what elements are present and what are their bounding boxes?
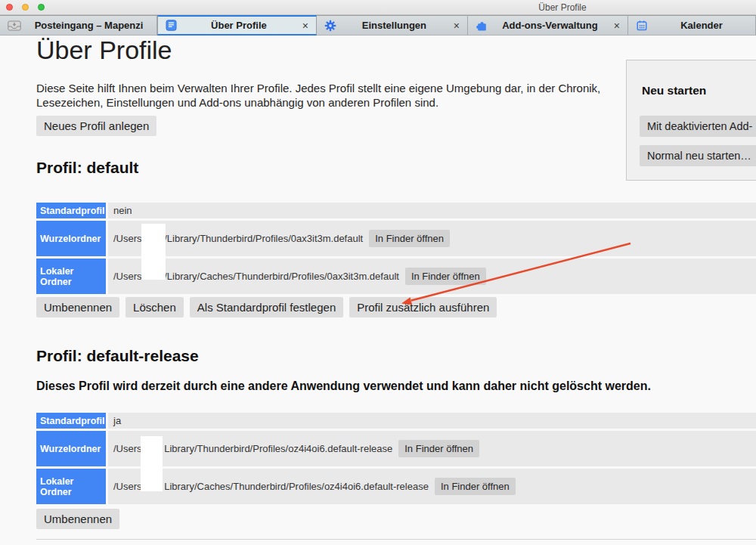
profile-in-use-warning: Dieses Profil wird derzeit durch eine an… [36,379,651,393]
page-description: Diese Seite hilft Ihnen beim Verwalten I… [36,82,600,110]
profile-release-table: Standardprofil ja Wurzelordner /Users/Li… [36,413,756,506]
zoom-window-button[interactable] [38,4,45,11]
path-text: /Users/ [113,443,144,454]
launch-profile-button[interactable]: Profil zusätzlich ausführen [349,297,497,317]
window-title: Über Profile [538,2,586,13]
tab-close-button[interactable]: × [614,20,620,31]
page-title: Über Profile [36,36,172,65]
document-icon [166,20,177,31]
open-in-finder-button[interactable]: In Finder öffnen [405,268,486,285]
path-text: /Library/Caches/Thunderbird/Profiles/0ax… [164,271,399,282]
open-in-finder-button[interactable]: In Finder öffnen [398,440,479,457]
profile-default-table: Standardprofil nein Wurzelordner /Users/… [36,203,756,296]
open-in-finder-button[interactable]: In Finder öffnen [435,478,516,495]
restart-panel-title: Neu starten [642,84,756,98]
row-label: Standardprofil [36,203,106,218]
tab-bar: Posteingang – Mapenzi Über Profile × [0,15,756,36]
path-text: Library/Thunderbird/Profiles/oz4i4oi6.de… [164,443,392,454]
tab-addons[interactable]: Add-ons-Verwaltung × [468,15,628,36]
tab-settings[interactable]: Einstellungen × [317,15,468,36]
delete-button[interactable]: Löschen [125,297,184,317]
table-row: Standardprofil ja [36,413,756,429]
path-text: Library/Caches/Thunderbird/Profiles/oz4i… [164,481,429,492]
tab-about-profiles[interactable]: Über Profile × [157,15,317,36]
row-label: Standardprofil [36,413,106,429]
row-value: /Users//Library/Thunderbird/Profiles/0ax… [108,221,756,256]
profile-default-heading: Profil: default [36,159,138,177]
minimize-window-button[interactable] [22,4,29,11]
row-value: /Users/Library/Caches/Thunderbird/Profil… [108,469,756,504]
puzzle-icon [476,20,488,32]
tab-label: Über Profile [177,20,301,31]
tab-calendar[interactable]: Kalender [628,15,756,36]
restart-normal-button[interactable]: Normal neu starten… [640,145,756,166]
tab-close-button[interactable]: × [302,20,308,31]
rename-button[interactable]: Umbenennen [36,509,119,529]
description-line: Lesezeichen, Einstellungen und Add-ons u… [36,96,600,110]
path-text: /Users/ [113,481,144,492]
create-profile-button[interactable]: Neues Profil anlegen [36,116,156,136]
row-label: Lokaler Ordner [36,469,106,504]
profile-release-heading: Profil: default-release [36,347,199,365]
row-label: Wurzelordner [36,221,106,256]
divider [36,539,756,540]
app-window: Über Profile Posteingang – Mapenzi [0,0,756,545]
row-value: /Users//Library/Caches/Thunderbird/Profi… [108,259,756,294]
open-in-finder-button[interactable]: In Finder öffnen [369,230,450,247]
row-value: ja [108,413,756,429]
set-default-button[interactable]: Als Standardprofil festlegen [190,297,343,317]
redaction-box [141,436,163,491]
restart-addons-disabled-button[interactable]: Mit deaktivierten Add- [640,116,756,137]
row-value: /Users/Library/Thunderbird/Profiles/oz4i… [108,431,756,466]
row-label: Lokaler Ordner [36,259,106,294]
table-row: Standardprofil nein [36,203,756,218]
tab-close-button[interactable]: × [454,20,460,31]
redaction-box [141,224,166,280]
inbox-icon [8,20,21,31]
calendar-icon [636,20,648,32]
path-text: /Users/ [113,233,144,244]
path-text: /Library/Thunderbird/Profiles/0ax3it3m.d… [164,233,363,244]
row-label: Wurzelordner [36,431,106,466]
description-line: Diese Seite hilft Ihnen beim Verwalten I… [36,82,600,96]
gear-icon [324,20,336,32]
tab-label: Einstellungen [336,20,452,31]
tab-inbox[interactable]: Posteingang – Mapenzi [0,15,157,36]
tab-label: Posteingang – Mapenzi [21,20,156,31]
close-window-button[interactable] [6,4,13,11]
rename-button[interactable]: Umbenennen [36,297,119,317]
row-value: nein [108,203,756,218]
tab-label: Kalender [648,20,755,31]
path-text: /Users/ [113,271,144,282]
restart-panel: Neu starten Mit deaktivierten Add- Norma… [626,60,756,181]
titlebar: Über Profile [0,0,756,15]
profile-default-actions: Umbenennen Löschen Als Standardprofil fe… [36,297,497,317]
profile-release-actions: Umbenennen [36,509,119,529]
tab-label: Add-ons-Verwaltung [488,20,612,31]
